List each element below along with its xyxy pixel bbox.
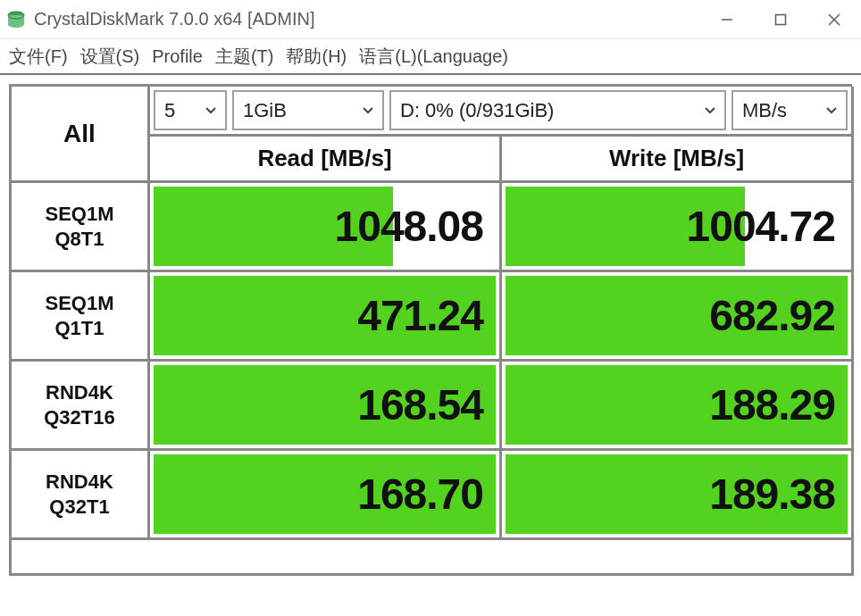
content-area: All 5 1GiB D: 0% (0/931GiB) MB/s Read [M… [0,75,861,583]
write-result-seq1m-q8t1: 1004.72 [502,183,854,272]
menu-file[interactable]: 文件(F) [9,45,68,69]
row-label-line1: SEQ1M [45,291,113,316]
read-value: 168.54 [357,365,483,445]
read-header-label: Read [MB/s] [257,145,391,172]
svg-rect-3 [776,14,786,24]
read-value: 1048.08 [334,187,483,266]
drive-value: D: 0% (0/931GiB) [400,99,554,122]
row-label-line2: Q1T1 [54,316,104,341]
write-column-header: Write [MB/s] [502,137,854,183]
row-label-line1: SEQ1M [45,202,113,227]
read-value: 471.24 [357,276,483,355]
read-result-rnd4k-q32t16: 168.54 [150,362,502,451]
test-button-seq1m-q1t1[interactable]: SEQ1M Q1T1 [12,272,150,362]
write-result-rnd4k-q32t16: 188.29 [502,362,854,451]
test-size-select[interactable]: 1GiB [232,90,384,130]
drive-select[interactable]: D: 0% (0/931GiB) [389,90,726,130]
row-label-line2: Q32T16 [44,405,115,430]
settings-row: 5 1GiB D: 0% (0/931GiB) MB/s [150,87,854,137]
test-button-seq1m-q8t1[interactable]: SEQ1M Q8T1 [12,183,150,272]
menu-profile[interactable]: Profile [152,46,203,67]
unit-value: MB/s [742,99,787,122]
row-label-line2: Q8T1 [54,227,104,252]
menu-help[interactable]: 帮助(H) [286,45,347,69]
read-result-seq1m-q8t1: 1048.08 [150,183,502,272]
write-value: 188.29 [709,365,835,445]
window-titlebar: CrystalDiskMark 7.0.0 x64 [ADMIN] [0,0,861,39]
write-value: 1004.72 [686,187,835,266]
write-value: 682.92 [709,276,835,355]
read-result-rnd4k-q32t1: 168.70 [150,451,502,540]
menu-theme[interactable]: 主题(T) [215,45,274,69]
window-controls [700,0,861,38]
row-label-line1: RND4K [46,470,113,495]
status-bar [12,540,854,576]
test-button-rnd4k-q32t16[interactable]: RND4K Q32T16 [12,362,150,451]
read-value: 168.70 [357,454,483,534]
window-title: CrystalDiskMark 7.0.0 x64 [ADMIN] [34,9,700,29]
unit-select[interactable]: MB/s [731,90,848,130]
close-button[interactable] [807,0,861,38]
write-header-label: Write [MB/s] [609,145,744,172]
benchmark-grid: All 5 1GiB D: 0% (0/931GiB) MB/s Read [M… [9,84,852,576]
maximize-button[interactable] [754,0,807,38]
run-all-label: All [63,120,96,148]
chevron-down-icon [705,107,715,114]
app-icon [5,9,27,30]
run-all-button[interactable]: All [12,87,150,183]
read-column-header: Read [MB/s] [150,137,502,183]
chevron-down-icon [826,107,837,114]
write-result-rnd4k-q32t1: 189.38 [502,451,854,540]
row-label-line1: RND4K [46,380,113,405]
read-result-seq1m-q1t1: 471.24 [150,272,502,362]
test-size-value: 1GiB [243,99,287,122]
menu-language[interactable]: 语言(L)(Language) [359,45,508,69]
row-label-line2: Q32T1 [49,495,109,520]
passes-select[interactable]: 5 [154,90,227,130]
chevron-down-icon [205,107,216,114]
menu-settings[interactable]: 设置(S) [80,45,140,69]
write-value: 189.38 [709,454,835,534]
minimize-button[interactable] [700,0,754,38]
chevron-down-icon [363,107,373,114]
menubar: 文件(F) 设置(S) Profile 主题(T) 帮助(H) 语言(L)(La… [0,39,861,75]
test-button-rnd4k-q32t1[interactable]: RND4K Q32T1 [12,451,150,540]
passes-value: 5 [164,99,175,122]
write-result-seq1m-q1t1: 682.92 [502,272,854,362]
